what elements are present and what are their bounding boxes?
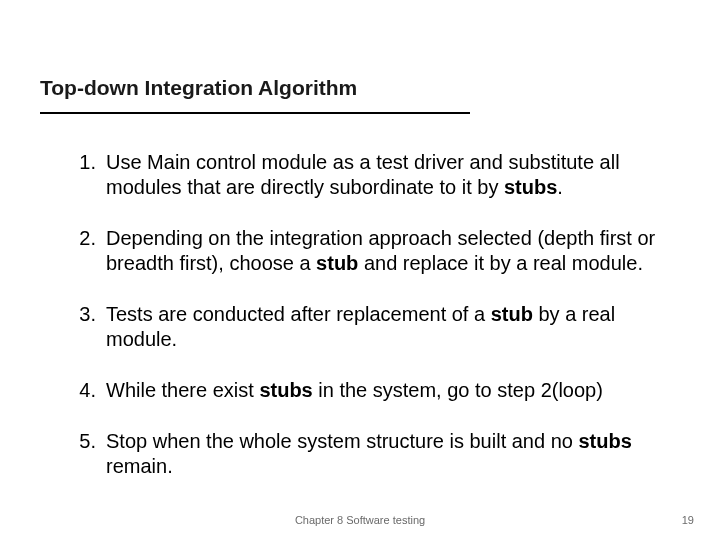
item-text: Depending on the integration approach se…	[106, 226, 680, 276]
list-item: 3. Tests are conducted after replacement…	[68, 302, 680, 352]
title-underline	[40, 112, 470, 114]
algorithm-list: 1. Use Main control module as a test dri…	[68, 150, 680, 505]
slide-title: Top-down Integration Algorithm	[40, 76, 357, 100]
item-text: Stop when the whole system structure is …	[106, 429, 680, 479]
item-text: While there exist stubs in the system, g…	[106, 378, 680, 403]
item-number: 2.	[68, 226, 106, 276]
footer-chapter: Chapter 8 Software testing	[0, 514, 720, 526]
slide: Top-down Integration Algorithm 1. Use Ma…	[0, 0, 720, 540]
item-number: 1.	[68, 150, 106, 200]
list-item: 2. Depending on the integration approach…	[68, 226, 680, 276]
item-number: 3.	[68, 302, 106, 352]
footer-page-number: 19	[682, 514, 694, 526]
item-text: Tests are conducted after replacement of…	[106, 302, 680, 352]
item-text: Use Main control module as a test driver…	[106, 150, 680, 200]
list-item: 5. Stop when the whole system structure …	[68, 429, 680, 479]
item-number: 4.	[68, 378, 106, 403]
list-item: 4. While there exist stubs in the system…	[68, 378, 680, 403]
list-item: 1. Use Main control module as a test dri…	[68, 150, 680, 200]
item-number: 5.	[68, 429, 106, 479]
